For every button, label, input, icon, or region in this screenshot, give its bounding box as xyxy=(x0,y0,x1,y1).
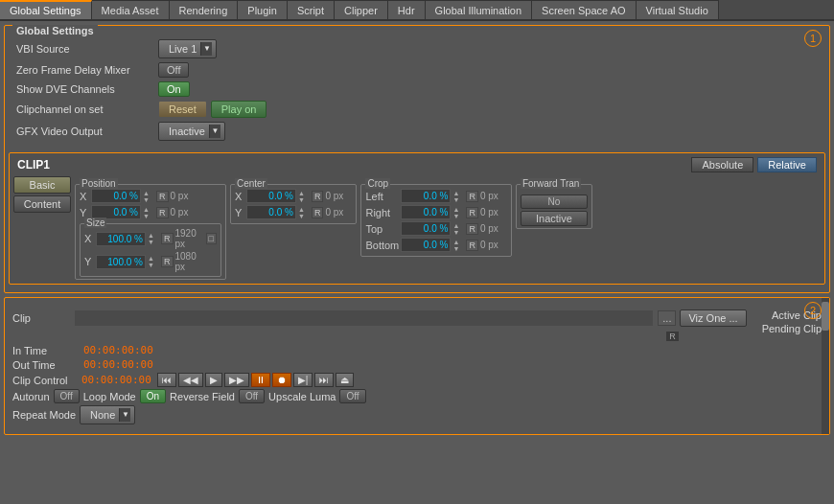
crop-bottom-pct[interactable] xyxy=(401,238,451,252)
center-x-arrows[interactable]: ▲▼ xyxy=(298,190,310,203)
forward-transform-label: Forward Tran xyxy=(521,178,581,189)
autorun-label: Autorun xyxy=(12,391,50,402)
play-on-button[interactable]: Play on xyxy=(211,101,267,118)
center-x-pct[interactable] xyxy=(246,189,296,203)
crop-left-px: 0 px xyxy=(480,191,507,201)
crop-left-arrows[interactable]: ▲▼ xyxy=(452,190,464,203)
size-y-axis: Y xyxy=(84,256,94,267)
vbi-source-dropdown[interactable]: Live 1 ▼ xyxy=(158,39,217,58)
gfx-video-value: Inactive xyxy=(169,126,205,137)
absolute-button[interactable]: Absolute xyxy=(691,157,753,172)
position-y-arrows[interactable]: ▲▼ xyxy=(143,206,154,219)
transport-stop[interactable]: ⏸ xyxy=(251,373,270,387)
gfx-video-dropdown[interactable]: Inactive ▼ xyxy=(158,122,225,141)
size-x-arrows[interactable]: ▲▼ xyxy=(148,232,159,245)
loop-mode-label: Loop Mode xyxy=(83,391,136,402)
vbi-source-arrow-icon: ▼ xyxy=(200,42,212,56)
zero-frame-button[interactable]: Off xyxy=(158,62,189,78)
tab-hdr[interactable]: Hdr xyxy=(388,0,426,19)
size-lock-button[interactable]: □ xyxy=(206,233,217,244)
viz-one-button[interactable]: Viz One ... xyxy=(680,309,746,327)
tab-rendering[interactable]: Rendering xyxy=(170,0,239,19)
reverse-field-off-button[interactable]: Off xyxy=(239,389,265,403)
relative-button[interactable]: Relative xyxy=(757,157,817,172)
reset-button[interactable]: Reset xyxy=(158,101,207,118)
r-indicator: R xyxy=(665,331,680,342)
position-x-arrows[interactable]: ▲▼ xyxy=(143,190,154,203)
crop-top-pct[interactable] xyxy=(401,221,451,236)
transport-fast-forward[interactable]: ▶▶ xyxy=(224,373,249,387)
content-button[interactable]: Content xyxy=(13,195,71,213)
repeat-mode-row: Repeat Mode None ▼ xyxy=(12,405,822,424)
tab-plugin[interactable]: Plugin xyxy=(238,0,288,19)
crop-top-row: Top ▲▼ R 0 px xyxy=(365,221,507,236)
crop-bottom-arrows[interactable]: ▲▼ xyxy=(452,239,464,252)
size-x-row: X ▲▼ R 1920 px □ xyxy=(84,228,217,249)
clip-row: Clip ... Viz One ... xyxy=(12,309,747,327)
crop-top-r-button[interactable]: R xyxy=(466,223,478,235)
center-x-r-button[interactable]: R xyxy=(312,191,324,202)
tab-global-settings[interactable]: Global Settings xyxy=(0,0,92,19)
crop-bottom-r-button[interactable]: R xyxy=(466,240,478,251)
clip-control-row: Clip Control 00:00:00:00 ⏮ ◀◀ ▶ ▶▶ ⏸ ⏺ ▶… xyxy=(12,373,822,387)
loop-mode-on-button[interactable]: On xyxy=(140,389,166,403)
autorun-off-button[interactable]: Off xyxy=(54,389,80,403)
out-time-value: 00:00:00:00 xyxy=(83,358,153,371)
center-y-px: 0 px xyxy=(325,207,352,218)
transport-to-start[interactable]: ⏮ xyxy=(157,373,176,387)
size-group: Size X ▲▼ R 1920 px □ Y ▲▼ xyxy=(80,223,221,277)
size-x-pct[interactable] xyxy=(96,232,146,246)
crop-right-arrows[interactable]: ▲▼ xyxy=(452,206,464,219)
crop-left-r-button[interactable]: R xyxy=(466,191,478,202)
crop-top-arrows[interactable]: ▲▼ xyxy=(452,222,464,236)
scrollbar[interactable] xyxy=(822,298,829,434)
position-y-r-button[interactable]: R xyxy=(156,207,169,218)
gfx-video-arrow-icon: ▼ xyxy=(209,125,220,138)
tab-media-asset[interactable]: Media Asset xyxy=(92,0,170,19)
scrollbar-thumb[interactable] xyxy=(822,302,829,331)
crop-left-pct[interactable] xyxy=(401,189,451,203)
basic-button[interactable]: Basic xyxy=(13,176,71,194)
size-y-pct[interactable] xyxy=(96,255,146,269)
show-dve-controls: On xyxy=(158,81,818,97)
panel1-number: 1 xyxy=(804,30,822,47)
center-y-arrows[interactable]: ▲▼ xyxy=(298,206,310,219)
forward-inactive-button[interactable]: Inactive xyxy=(521,211,588,226)
size-y-arrows[interactable]: ▲▼ xyxy=(148,255,159,268)
upscale-luma-off-button[interactable]: Off xyxy=(339,389,365,403)
tab-script[interactable]: Script xyxy=(288,0,335,19)
transport-record[interactable]: ⏺ xyxy=(272,373,291,387)
tab-clipper[interactable]: Clipper xyxy=(335,0,388,19)
out-time-row: Out Time 00:00:00:00 xyxy=(12,358,822,371)
position-x-pct[interactable] xyxy=(91,189,141,203)
size-y-r-button[interactable]: R xyxy=(161,256,174,267)
center-y-pct[interactable] xyxy=(246,205,296,219)
forward-no-button[interactable]: No xyxy=(521,195,588,209)
transport-rewind[interactable]: ◀◀ xyxy=(178,373,203,387)
crop-bottom-row: Bottom ▲▼ R 0 px xyxy=(365,238,507,252)
size-x-r-button[interactable]: R xyxy=(161,233,174,244)
show-dve-button[interactable]: On xyxy=(158,81,190,97)
transport-next-frame[interactable]: ▶| xyxy=(293,373,313,387)
tab-global-illumination[interactable]: Global Illumination xyxy=(426,0,533,19)
clip-input[interactable] xyxy=(74,309,654,327)
transport-eject[interactable]: ⏏ xyxy=(336,373,354,387)
crop-right-axis: Right xyxy=(365,207,399,218)
repeat-mode-dropdown[interactable]: None ▼ xyxy=(80,405,135,424)
in-time-value: 00:00:00:00 xyxy=(83,344,153,356)
crop-right-pct[interactable] xyxy=(401,205,451,219)
center-group: Center X ▲▼ R 0 px Y ▲▼ R 0 px xyxy=(230,184,358,224)
tab-screen-space-ao[interactable]: Screen Space AO xyxy=(532,0,636,19)
repeat-mode-value: None xyxy=(90,409,115,421)
transport-play[interactable]: ▶ xyxy=(205,373,222,387)
tab-virtual-studio[interactable]: Virtual Studio xyxy=(637,0,719,19)
crop-right-r-button[interactable]: R xyxy=(466,207,478,218)
position-group: Position X ▲▼ R 0 px Y ▲▼ R 0 px xyxy=(75,184,226,280)
center-y-r-button[interactable]: R xyxy=(312,207,324,218)
clip-dots-button[interactable]: ... xyxy=(658,310,676,326)
zero-frame-label: Zero Frame Delay Mixer xyxy=(16,64,151,76)
size-y-px: 1080 px xyxy=(175,251,202,272)
transport-to-end[interactable]: ⏭ xyxy=(314,373,334,387)
pending-clip-label: Pending Clip xyxy=(762,323,822,334)
position-x-r-button[interactable]: R xyxy=(156,191,169,202)
